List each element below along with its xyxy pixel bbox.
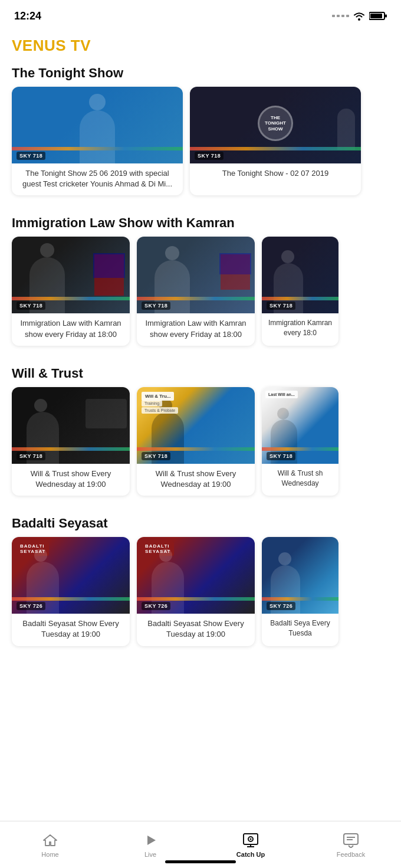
sky-badge-t2: SKY 718	[195, 152, 223, 160]
broadcast-bar-w1	[12, 447, 130, 451]
section-tonight: The Tonight Show SKY 718 The Tonight Sho…	[0, 57, 401, 202]
sky-badge-i2: SKY 718	[142, 302, 170, 310]
sky-badge-i1: SKY 718	[17, 302, 45, 310]
cards-row-tonight: SKY 718 The Tonight Show 25 06 2019 with…	[0, 87, 401, 202]
svg-rect-3	[385, 15, 387, 18]
broadcast-bar-w2	[137, 447, 255, 451]
sky-badge-w1: SKY 718	[17, 452, 45, 460]
wifi-icon	[353, 11, 366, 21]
section-badalti: Badalti Seyasat BADALTISEYASAT SKY 726 B…	[0, 507, 401, 653]
card-text-bs-3: Badalti Seya Every Tuesda	[262, 614, 338, 644]
catchup-icon	[242, 832, 259, 849]
section-willtrust: Will & Trust SKY 718 Will & Trust show E…	[0, 358, 401, 503]
thumb-bs-3: SKY 726	[262, 537, 338, 614]
svg-point-7	[250, 838, 252, 840]
card-text-bs-2: Badalti Seyasat Show Every Tuesday at 19…	[137, 614, 255, 646]
status-icons	[332, 11, 387, 21]
card-text-tonight-1: The Tonight Show 25 06 2019 with special…	[12, 163, 183, 195]
broadcast-bar-i3	[262, 297, 338, 300]
cards-row-immigration: SKY 718 Immigration Law with Kamran show…	[0, 237, 401, 352]
cards-row-willtrust: SKY 718 Will & Trust show Every Wednesda…	[0, 387, 401, 503]
thumb-immig-2: SKY 718	[137, 237, 255, 313]
feedback-icon	[343, 832, 359, 849]
thumb-wt-2: Will & Tru... Training Trusts & Probate …	[137, 387, 255, 464]
card-wt-3[interactable]: Last Will an... SKY 718 Will & Trust sh …	[262, 387, 338, 496]
card-tonight-1[interactable]: SKY 718 The Tonight Show 25 06 2019 with…	[12, 87, 183, 195]
sky-badge-bs3: SKY 726	[267, 602, 295, 610]
home-indicator	[165, 860, 236, 863]
broadcast-bar-bs3	[262, 597, 338, 601]
card-text-immig-1: Immigration Law with Kamran show every F…	[12, 313, 130, 345]
home-icon	[42, 832, 58, 849]
section-title-badalti: Badalti Seyasat	[0, 507, 401, 537]
thumb-bs-2: BADALTISEYASAT SKY 726	[137, 537, 255, 614]
card-wt-1[interactable]: SKY 718 Will & Trust show Every Wednesda…	[12, 387, 130, 496]
nav-home-label: Home	[41, 851, 58, 858]
nav-feedback[interactable]: Feedback	[301, 821, 401, 868]
live-icon	[142, 832, 159, 849]
svg-point-0	[358, 18, 360, 21]
card-immig-3[interactable]: SKY 718 Immigration Kamran every 18:0	[262, 237, 338, 345]
thumb-immig-3: SKY 718	[262, 237, 338, 313]
thumb-tonight-2: THE TONIGHT SHOW SKY 718	[190, 87, 361, 163]
nav-catchup-label: Catch Up	[236, 851, 265, 858]
card-bs-1[interactable]: BADALTISEYASAT SKY 726 Badalti Seyasat S…	[12, 537, 130, 646]
sky-badge-bs2: SKY 726	[142, 602, 170, 610]
card-text-wt-3: Will & Trust sh Wednesday	[262, 464, 338, 494]
nav-feedback-label: Feedback	[337, 851, 365, 858]
card-immig-1[interactable]: SKY 718 Immigration Law with Kamran show…	[12, 237, 130, 345]
broadcast-bar-i1	[12, 297, 130, 300]
section-title-willtrust: Will & Trust	[0, 358, 401, 387]
app-title: VENUS TV	[0, 30, 401, 57]
svg-marker-4	[147, 836, 156, 845]
sky-badge-w2: SKY 718	[142, 452, 170, 460]
card-tonight-2[interactable]: THE TONIGHT SHOW SKY 718 The Tonight Sho…	[190, 87, 361, 195]
nav-live-label: Live	[144, 851, 156, 858]
section-title-tonight: The Tonight Show	[0, 57, 401, 87]
card-immig-2[interactable]: SKY 718 Immigration Law with Kamran show…	[137, 237, 255, 345]
card-wt-2[interactable]: Will & Tru... Training Trusts & Probate …	[137, 387, 255, 496]
section-title-immigration: Immigration Law Show with Kamran	[0, 207, 401, 237]
broadcast-bar-bs1	[12, 597, 130, 601]
cards-row-badalti: BADALTISEYASAT SKY 726 Badalti Seyasat S…	[0, 537, 401, 653]
signal-icon	[332, 15, 349, 17]
sky-badge-t1: SKY 718	[17, 152, 45, 160]
broadcast-bar	[12, 147, 183, 150]
thumb-wt-3: Last Will an... SKY 718	[262, 387, 338, 464]
card-bs-3[interactable]: SKY 726 Badalti Seya Every Tuesda	[262, 537, 338, 646]
broadcast-bar-bs2	[137, 597, 255, 601]
section-immigration: Immigration Law Show with Kamran SKY 718…	[0, 207, 401, 352]
svg-rect-2	[370, 14, 382, 18]
thumb-bs-1: BADALTISEYASAT SKY 726	[12, 537, 130, 614]
nav-home[interactable]: Home	[0, 821, 100, 868]
card-text-immig-2: Immigration Law with Kamran show every F…	[137, 313, 255, 345]
broadcast-bar-t2	[190, 147, 361, 150]
card-text-immig-3: Immigration Kamran every 18:0	[262, 313, 338, 344]
status-bar: 12:24	[0, 0, 401, 30]
broadcast-bar-i2	[137, 297, 255, 300]
card-text-bs-1: Badalti Seyasat Show Every Tuesday at 19…	[12, 614, 130, 646]
card-bs-2[interactable]: BADALTISEYASAT SKY 726 Badalti Seyasat S…	[137, 537, 255, 646]
card-text-tonight-2: The Tonight Show - 02 07 2019	[190, 163, 361, 185]
thumb-immig-1: SKY 718	[12, 237, 130, 313]
card-text-wt-1: Will & Trust show Every Wednesday at 19:…	[12, 464, 130, 496]
status-time: 12:24	[14, 10, 41, 22]
sky-badge-bs1: SKY 726	[17, 602, 45, 610]
card-text-wt-2: Will & Trust show Every Wednesday at 19:…	[137, 464, 255, 496]
thumb-tonight-1: SKY 718	[12, 87, 183, 163]
battery-icon	[369, 11, 387, 21]
broadcast-bar-w3	[262, 447, 338, 451]
sky-badge-i3: SKY 718	[267, 302, 295, 310]
sky-badge-w3: SKY 718	[267, 452, 295, 460]
thumb-wt-1: SKY 718	[12, 387, 130, 464]
